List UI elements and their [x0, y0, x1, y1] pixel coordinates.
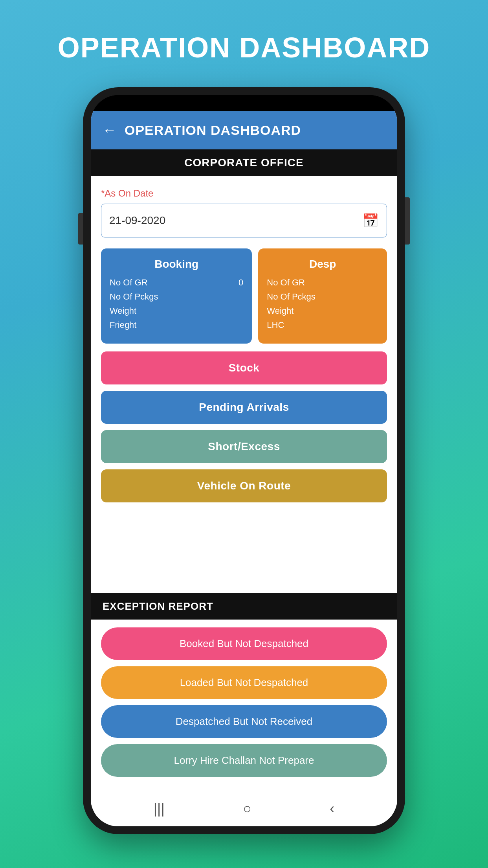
calendar-icon[interactable]: 📅	[362, 213, 379, 228]
booking-card[interactable]: Booking No Of GR 0 No Of Pckgs Weight	[101, 248, 252, 344]
header-title: OPERATION DASHBOARD	[125, 123, 301, 138]
bottom-nav-bar: ||| ○ ‹	[91, 791, 397, 826]
cards-row: Booking No Of GR 0 No Of Pckgs Weight	[101, 248, 387, 344]
despatch-card-title: Desp	[267, 258, 378, 270]
despatch-row-1: No Of GR	[267, 278, 378, 288]
phone-screen: ← OPERATION DASHBOARD CORPORATE OFFICE *…	[91, 95, 397, 826]
booked-not-despatched-button[interactable]: Booked But Not Despatched	[101, 627, 387, 660]
despatch-row-3: Weight	[267, 306, 378, 316]
side-button-left	[78, 213, 83, 245]
exception-section-title: EXCEPTION REPORT	[103, 600, 213, 612]
date-value: 21-09-2020	[109, 214, 165, 227]
app-container: ← OPERATION DASHBOARD CORPORATE OFFICE *…	[91, 111, 397, 826]
date-input[interactable]: 21-09-2020 📅	[101, 204, 387, 237]
page-title: OPERATION DASHBOARD	[58, 31, 431, 64]
lorry-hire-challan-button[interactable]: Lorry Hire Challan Not Prepare	[101, 744, 387, 777]
content-area: *As On Date 21-09-2020 📅 Booking No Of G…	[91, 176, 397, 593]
despatch-label-weight: Weight	[267, 306, 294, 316]
pending-arrivals-button[interactable]: Pending Arrivals	[101, 391, 387, 424]
despatch-row-2: No Of Pckgs	[267, 292, 378, 302]
booking-value-gr: 0	[238, 278, 243, 288]
despatch-card[interactable]: Desp No Of GR No Of Pckgs Weight LHC	[258, 248, 387, 344]
booking-label-frieght: Frieght	[110, 320, 136, 330]
back-button[interactable]: ←	[103, 122, 117, 138]
exception-content: Booked But Not Despatched Loaded But Not…	[91, 620, 397, 791]
exception-section-bar: EXCEPTION REPORT	[91, 593, 397, 620]
despatch-row-4: LHC	[267, 320, 378, 330]
nav-back-icon[interactable]: ‹	[330, 800, 334, 817]
booking-row-1: No Of GR 0	[110, 278, 243, 288]
nav-home-icon[interactable]: ○	[243, 800, 251, 817]
booking-label-weight: Weight	[110, 306, 136, 316]
booking-row-4: Frieght	[110, 320, 243, 330]
loaded-not-despatched-button[interactable]: Loaded But Not Despatched	[101, 666, 387, 699]
office-bar: CORPORATE OFFICE	[91, 149, 397, 176]
date-field-label: *As On Date	[101, 188, 387, 199]
despatched-not-received-button[interactable]: Despatched But Not Received	[101, 705, 387, 738]
vehicle-on-route-button[interactable]: Vehicle On Route	[101, 469, 387, 502]
despatch-label-lhc: LHC	[267, 320, 284, 330]
app-header: ← OPERATION DASHBOARD	[91, 111, 397, 149]
booking-card-title: Booking	[110, 258, 243, 270]
booking-label-gr: No Of GR	[110, 278, 148, 288]
booking-row-2: No Of Pckgs	[110, 292, 243, 302]
nav-menu-icon[interactable]: |||	[154, 800, 165, 817]
stock-button[interactable]: Stock	[101, 351, 387, 384]
side-button-right	[405, 197, 410, 245]
booking-row-3: Weight	[110, 306, 243, 316]
despatch-label-pckgs: No Of Pckgs	[267, 292, 315, 302]
booking-label-pckgs: No Of Pckgs	[110, 292, 158, 302]
phone-mockup: ← OPERATION DASHBOARD CORPORATE OFFICE *…	[83, 87, 405, 834]
office-name: CORPORATE OFFICE	[184, 156, 303, 169]
despatch-label-gr: No Of GR	[267, 278, 305, 288]
short-excess-button[interactable]: Short/Excess	[101, 430, 387, 463]
status-bar	[91, 95, 397, 111]
